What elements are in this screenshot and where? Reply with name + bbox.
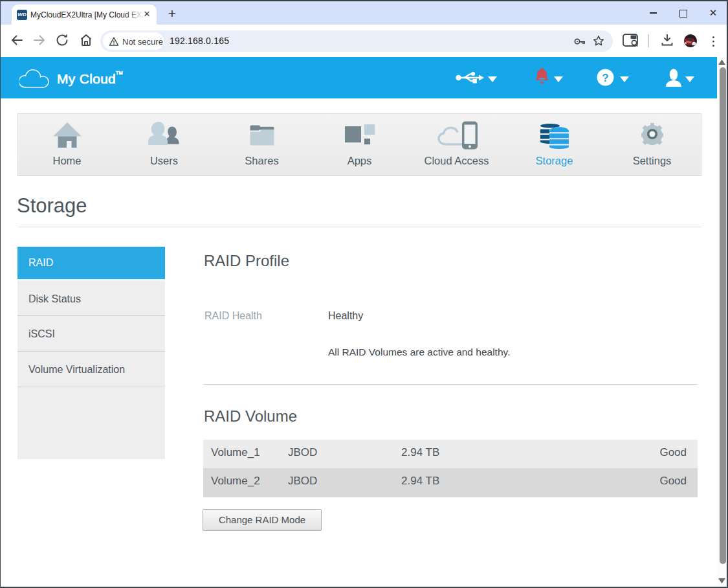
svg-text:?: ? (602, 72, 608, 84)
